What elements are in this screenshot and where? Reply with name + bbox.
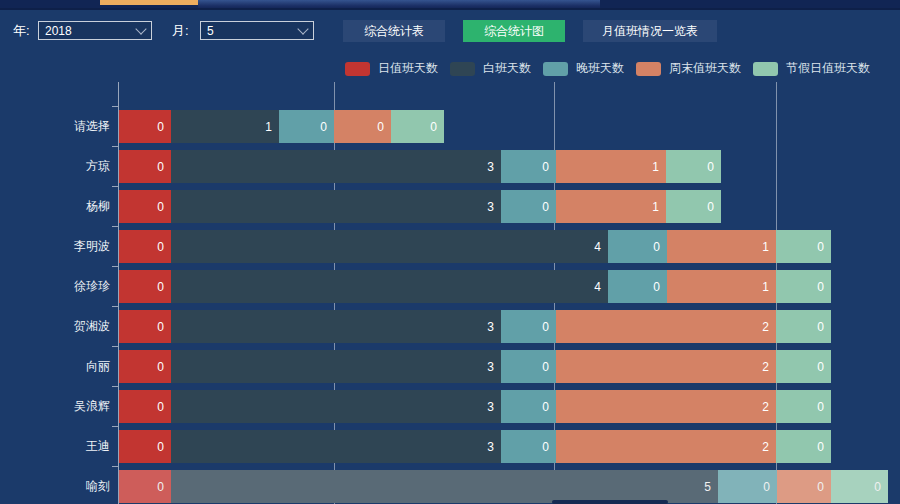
bar-segment[interactable]: 2 [556,310,776,343]
legend-item-4[interactable]: 周末值班天数 [636,60,741,77]
bar-segment[interactable]: 3 [171,310,501,343]
bar-segment[interactable]: 5 [171,470,718,503]
legend-item-2[interactable]: 白班天数 [450,60,531,77]
segment-value-label: 0 [707,160,714,174]
bar-segment[interactable]: 0 [776,270,831,303]
bar-segment[interactable]: 0 [776,230,831,263]
month-label: 月: [172,22,189,40]
bar-segment[interactable]: 0 [119,390,171,423]
bar-segment[interactable]: 0 [776,390,831,423]
bar-segment[interactable]: 0 [119,310,171,343]
bar-segment[interactable]: 3 [171,190,501,223]
nav-button-3[interactable]: 月值班情况一览表 [583,20,717,42]
segment-value-label: 2 [762,320,769,334]
segment-value-label: 0 [763,480,770,494]
bar-segment[interactable]: 4 [171,230,608,263]
bar-segment[interactable]: 1 [667,270,776,303]
legend-swatch [345,62,370,76]
segment-value-label: 0 [817,400,824,414]
bar-segment[interactable]: 0 [119,150,171,183]
bar-segment[interactable]: 0 [391,110,444,143]
bar-segment[interactable]: 0 [119,230,171,263]
bar-segment[interactable]: 0 [501,310,556,343]
bar-segment[interactable]: 0 [666,150,721,183]
y-axis-tick [112,426,118,427]
chevron-down-icon [135,23,146,34]
category-label: 徐珍珍 [0,270,110,303]
bar-segment[interactable]: 0 [776,430,831,463]
top-strip [0,0,900,10]
bar-segment[interactable]: 0 [119,430,171,463]
segment-value-label: 0 [874,480,881,494]
bar-segment[interactable]: 2 [556,350,776,383]
bar-segment[interactable]: 1 [556,150,666,183]
bar-segment[interactable]: 3 [171,350,501,383]
bar-segment[interactable]: 0 [119,470,171,503]
bar-segment[interactable]: 3 [171,150,501,183]
bar-row: 03010 [119,150,721,183]
segment-value-label: 0 [157,360,164,374]
bar-segment[interactable]: 0 [119,270,171,303]
y-axis-tick [112,266,118,267]
nav-button-2[interactable]: 综合统计图 [463,20,565,42]
bar-segment[interactable]: 0 [334,110,391,143]
bar-segment[interactable]: 3 [171,390,501,423]
bar-segment[interactable]: 0 [718,470,777,503]
bar-segment[interactable]: 0 [777,470,831,503]
legend-item-label: 白班天数 [483,60,531,77]
top-strip-orange-indicator [100,0,198,5]
bar-row: 05000 [119,470,888,503]
bar-segment[interactable]: 0 [608,270,667,303]
bar-segment[interactable]: 1 [171,110,279,143]
legend-item-label: 晚班天数 [576,60,624,77]
segment-value-label: 0 [817,480,824,494]
nav-button-1[interactable]: 综合统计表 [343,20,445,42]
bar-segment[interactable]: 0 [119,110,171,143]
bar-segment[interactable]: 1 [667,230,776,263]
bar-segment[interactable]: 0 [776,350,831,383]
segment-value-label: 0 [817,240,824,254]
segment-value-label: 0 [157,320,164,334]
segment-value-label: 0 [542,160,549,174]
bar-segment[interactable]: 2 [556,430,776,463]
legend-item-1[interactable]: 日值班天数 [345,60,438,77]
bar-segment[interactable]: 3 [171,430,501,463]
legend-item-3[interactable]: 晚班天数 [543,60,624,77]
bar-row: 03020 [119,310,831,343]
category-label: 杨柳 [0,190,110,223]
y-axis-tick [112,346,118,347]
bar-segment[interactable]: 0 [776,310,831,343]
bar-segment[interactable]: 0 [501,430,556,463]
year-select[interactable]: 2018 [38,21,152,40]
y-axis-tick [112,186,118,187]
bar-segment[interactable]: 0 [501,150,556,183]
bar-segment[interactable]: 0 [501,350,556,383]
bar-segment[interactable]: 0 [666,190,721,223]
month-select[interactable]: 5 [200,21,314,40]
legend-swatch [753,62,778,76]
y-axis-tick [112,386,118,387]
bar-row: 03020 [119,430,831,463]
bar-segment[interactable]: 0 [831,470,888,503]
segment-value-label: 0 [430,120,437,134]
month-select-value: 5 [207,24,214,38]
bar-segment[interactable]: 0 [501,390,556,423]
segment-value-label: 0 [817,320,824,334]
segment-value-label: 1 [652,200,659,214]
bar-segment[interactable]: 0 [279,110,334,143]
bar-row: 03020 [119,350,831,383]
segment-value-label: 3 [487,400,494,414]
segment-value-label: 0 [653,280,660,294]
legend-item-5[interactable]: 节假日值班天数 [753,60,870,77]
bar-segment[interactable]: 0 [119,190,171,223]
bar-segment[interactable]: 0 [501,190,556,223]
bar-segment[interactable]: 2 [556,390,776,423]
segment-value-label: 4 [594,240,601,254]
segment-value-label: 3 [487,360,494,374]
bar-segment[interactable]: 0 [608,230,667,263]
bar-segment[interactable]: 0 [119,350,171,383]
bar-segment[interactable]: 4 [171,270,608,303]
segment-value-label: 0 [542,200,549,214]
y-axis-tick [112,146,118,147]
bar-segment[interactable]: 1 [556,190,666,223]
